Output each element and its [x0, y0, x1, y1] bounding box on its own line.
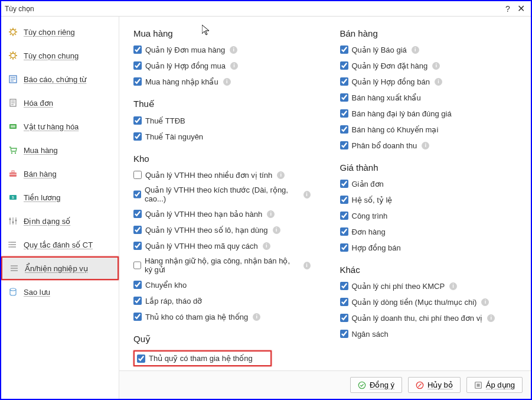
option-label[interactable]: Hệ số, tỷ lệ	[352, 196, 393, 204]
info-icon[interactable]: i	[449, 282, 457, 290]
sidebar-item-11[interactable]: Sao lưu	[1, 280, 119, 304]
info-icon[interactable]: i	[435, 78, 442, 86]
info-icon[interactable]: i	[303, 191, 311, 199]
option-label[interactable]: Quản lý VTHH theo nhiều đơn vị tính	[145, 171, 272, 180]
option-checkbox[interactable]	[133, 116, 142, 125]
option-checkbox[interactable]	[340, 141, 348, 149]
sidebar-item-3[interactable]: Hóa đơn	[1, 91, 119, 115]
option-checkbox[interactable]	[340, 196, 348, 204]
option-checkbox[interactable]	[133, 171, 142, 179]
info-icon[interactable]: i	[487, 314, 495, 322]
option-checkbox[interactable]	[133, 261, 141, 269]
option-label[interactable]: Quản lý dòng tiền (Mục thu/mục chi)	[352, 298, 477, 307]
sidebar-item-7[interactable]: $Tiền lương	[1, 186, 119, 209]
option-label[interactable]: Phân bổ doanh thu	[352, 141, 417, 150]
option-label[interactable]: Quản lý doanh thu, chi phí theo đơn vị	[352, 314, 483, 323]
sidebar-item-4[interactable]: Vật tư hàng hóa	[1, 115, 119, 138]
option-label[interactable]: Quản lý VTHH theo số lô, hạn dùng	[145, 226, 268, 235]
option-checkbox[interactable]	[133, 190, 141, 199]
info-icon[interactable]: i	[223, 78, 231, 86]
option-checkbox[interactable]	[340, 61, 348, 70]
help-button[interactable]: ?	[501, 2, 514, 15]
ok-button[interactable]: Đồng ý	[350, 377, 402, 393]
option-label[interactable]: Ngân sách	[352, 330, 389, 339]
info-icon[interactable]: i	[230, 46, 237, 54]
option-label[interactable]: Thủ kho có tham gia hệ thống	[145, 313, 248, 321]
option-label[interactable]: Thủ quỹ có tham gia hệ thống	[149, 354, 253, 363]
info-icon[interactable]: i	[303, 262, 311, 269]
option-checkbox[interactable]	[133, 313, 142, 321]
section-title: Quỹ	[133, 334, 311, 344]
option-checkbox[interactable]	[133, 77, 142, 86]
option-checkbox[interactable]	[133, 45, 142, 54]
option-checkbox[interactable]	[340, 180, 348, 188]
option-checkbox[interactable]	[340, 243, 348, 252]
option-checkbox[interactable]	[340, 45, 348, 54]
option-label[interactable]: Mua hàng nhập khẩu	[145, 77, 218, 86]
info-icon[interactable]: i	[273, 226, 280, 234]
option-label[interactable]: Quản lý Báo giá	[352, 45, 407, 54]
sidebar-item-9[interactable]: Quy tắc đánh số CT	[1, 233, 119, 256]
option-checkbox[interactable]	[137, 355, 145, 363]
sidebar-item-10[interactable]: Ẩn/hiện nghiệp vụ	[1, 256, 119, 280]
section-title: Kho	[133, 154, 311, 164]
info-icon[interactable]: i	[432, 62, 440, 70]
sidebar-item-5[interactable]: Mua hàng	[1, 138, 119, 162]
info-icon[interactable]: i	[422, 142, 429, 149]
option-label[interactable]: Thuế TTĐB	[145, 116, 185, 125]
option-label[interactable]: Đơn hàng	[352, 227, 386, 236]
sidebar-item-6[interactable]: Bán hàng	[1, 162, 119, 186]
info-icon[interactable]: i	[412, 46, 419, 54]
option-label[interactable]: Hàng nhận giữ hộ, gia công, nhận bán hộ,…	[145, 256, 299, 274]
option-checkbox[interactable]	[133, 242, 142, 250]
option-label[interactable]: Quản lý Hợp đồng mua	[145, 61, 226, 70]
option-label[interactable]: Bán hàng xuất khẩu	[352, 93, 421, 102]
info-icon[interactable]: i	[253, 313, 260, 321]
option-checkbox[interactable]	[133, 61, 142, 70]
option-label[interactable]: Bán hàng có Khuyến mại	[352, 125, 439, 134]
option-label[interactable]: Quản lý Đơn đặt hàng	[352, 61, 428, 70]
option-label[interactable]: Quản lý Hợp đồng bán	[352, 77, 430, 86]
option-label[interactable]: Quản lý Đơn mua hàng	[145, 45, 225, 54]
option-checkbox[interactable]	[340, 282, 348, 290]
option-label[interactable]: Quản lý VTHH theo mã quy cách	[145, 242, 258, 251]
option-label[interactable]: Giản đơn	[352, 180, 384, 188]
info-icon[interactable]: i	[481, 298, 489, 306]
sidebar-item-0[interactable]: Tùy chọn riêng	[1, 20, 119, 44]
option-label[interactable]: Thuế Tài nguyên	[145, 132, 203, 141]
option-label[interactable]: Lắp ráp, tháo dỡ	[145, 297, 202, 305]
option-label[interactable]: Quản lý VTHH theo kích thước (Dài, rộng,…	[145, 186, 299, 203]
option-checkbox[interactable]	[340, 330, 348, 338]
option-checkbox[interactable]	[340, 314, 348, 322]
option-label[interactable]: Quản lý VTHH theo hạn bảo hành	[145, 210, 262, 219]
cancel-button[interactable]: Hủy bỏ	[408, 377, 461, 393]
option-checkbox[interactable]	[133, 226, 142, 234]
option-checkbox[interactable]	[340, 212, 348, 220]
option-checkbox[interactable]	[340, 227, 348, 236]
option-label[interactable]: Quản lý chi phí theo KMCP	[352, 282, 445, 291]
option-checkbox[interactable]	[133, 281, 142, 289]
option-checkbox[interactable]	[340, 125, 348, 134]
sidebar-item-2[interactable]: Báo cáo, chứng từ	[1, 67, 119, 91]
option-checkbox[interactable]	[133, 132, 142, 141]
info-icon[interactable]: i	[263, 242, 270, 250]
option-label[interactable]: Bán hàng đại lý bán đúng giá	[352, 109, 452, 118]
option-label[interactable]: Chuyển kho	[145, 281, 187, 290]
info-icon[interactable]: i	[277, 171, 285, 179]
option-checkbox[interactable]	[340, 77, 348, 86]
option-row: Quản lý VTHH theo kích thước (Dài, rộng,…	[133, 186, 311, 203]
sidebar-item-1[interactable]: Tùy chọn chung	[1, 44, 119, 67]
option-label[interactable]: Hợp đồng bán	[352, 243, 401, 252]
content-scroll[interactable]: Mua hàngQuản lý Đơn mua hàngiQuản lý Hợp…	[119, 17, 531, 370]
info-icon[interactable]: i	[230, 62, 238, 70]
option-checkbox[interactable]	[133, 210, 142, 218]
option-checkbox[interactable]	[340, 109, 348, 118]
sidebar-item-8[interactable]: Định dạng số	[1, 209, 119, 233]
apply-button[interactable]: Áp dụng	[466, 377, 523, 393]
info-icon[interactable]: i	[267, 210, 275, 218]
option-checkbox[interactable]	[340, 298, 348, 306]
option-checkbox[interactable]	[340, 93, 348, 102]
option-label[interactable]: Công trình	[352, 212, 388, 220]
close-button[interactable]: ✕	[514, 2, 527, 15]
option-checkbox[interactable]	[133, 297, 142, 305]
